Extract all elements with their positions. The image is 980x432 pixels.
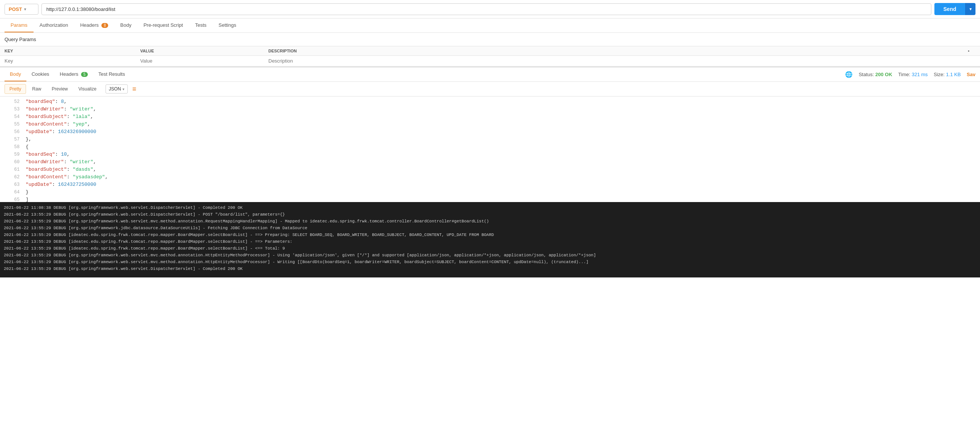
method-label: POST [9, 6, 22, 12]
tab-body[interactable]: Body [114, 19, 138, 32]
line-content: "updDate": 1624327250000 [25, 181, 96, 188]
json-token-key: "boardWriter" [25, 106, 64, 112]
json-line: 64 } [0, 188, 980, 196]
json-line: 63 "updDate": 1624327250000 [0, 181, 980, 188]
headers-badge: 8 [102, 23, 108, 28]
json-line: 58 { [0, 143, 980, 151]
time-value: 321 ms [912, 72, 928, 77]
body-tab-pretty[interactable]: Pretty [5, 84, 26, 94]
json-token-punct: : [52, 182, 58, 187]
log-line: 2021-06-22 11:08:38 DEBUG [org.springfra… [4, 204, 976, 211]
json-line: 65] [0, 196, 980, 202]
line-content: "boardSeq": 8, [25, 98, 67, 105]
response-status: 🌐 Status: 200 OK Time: 321 ms Size: 1.1 … [845, 68, 975, 81]
json-viewer: 52 "boardSeq": 8,53 "boardWriter": "writ… [0, 97, 980, 202]
value-input[interactable] [140, 58, 268, 64]
line-number: 52 [5, 98, 20, 105]
console-area: 2021-06-22 11:08:38 DEBUG [org.springfra… [0, 202, 980, 277]
body-toolbar: Pretty Raw Preview Visualize JSON ▾ ≡ [0, 82, 980, 97]
url-input[interactable] [41, 3, 931, 15]
method-select[interactable]: POST ▾ [5, 4, 38, 15]
request-tabs: Params Authorization Headers 8 Body Pre-… [0, 19, 980, 33]
line-number: 60 [5, 158, 20, 166]
body-tab-raw[interactable]: Raw [27, 84, 46, 94]
save-link[interactable]: Sav [967, 72, 975, 77]
line-content: "boardWriter": "writer", [25, 158, 96, 166]
json-token-punct: , [105, 174, 108, 180]
line-content: "boardContent": "yep", [25, 121, 91, 128]
send-button[interactable]: Send [934, 3, 965, 15]
tab-headers[interactable]: Headers 8 [74, 19, 114, 32]
wrap-button[interactable]: ≡ [132, 85, 137, 93]
log-line: 2021-06-22 13:55:29 DEBUG [org.springfra… [4, 258, 976, 265]
response-tab-headers[interactable]: Headers 5 [55, 67, 93, 81]
json-token-punct: : [67, 167, 73, 172]
key-input[interactable] [5, 58, 140, 64]
response-tab-cookies[interactable]: Cookies [26, 67, 55, 81]
json-token-punct: } [25, 189, 29, 195]
json-token-key: "boardSubject" [25, 167, 67, 172]
line-number: 53 [5, 105, 20, 113]
json-token-key: "updDate" [25, 129, 52, 135]
json-token-punct: ] [25, 197, 29, 202]
line-number: 56 [5, 128, 20, 136]
json-token-key: "updDate" [25, 182, 52, 187]
response-tab-test-results[interactable]: Test Results [93, 67, 130, 81]
params-table: KEY VALUE DESCRIPTION • [0, 46, 980, 66]
json-token-key: "boardContent" [25, 174, 67, 180]
json-token-punct: }, [25, 137, 32, 142]
line-number: 58 [5, 143, 20, 151]
response-tab-body[interactable]: Body [5, 67, 26, 81]
line-content: "boardContent": "ysadasdep", [25, 174, 108, 181]
size-label: Size: 1.1 KB [934, 72, 961, 77]
json-token-key: "boardSeq" [25, 151, 55, 157]
tab-pre-request[interactable]: Pre-request Script [138, 19, 189, 32]
format-select[interactable]: JSON ▾ [105, 84, 128, 94]
size-value: 1.1 KB [946, 72, 961, 77]
tab-params[interactable]: Params [5, 19, 33, 32]
json-token-string: "writer" [70, 106, 93, 112]
col-value-header: VALUE [140, 49, 268, 53]
json-line: 54 "boardSubject": "lala", [0, 113, 980, 121]
top-bar: POST ▾ Send ▾ [0, 0, 980, 19]
line-number: 61 [5, 166, 20, 174]
body-tab-visualize[interactable]: Visualize [74, 84, 101, 94]
log-line: 2021-06-22 13:55:29 DEBUG [org.springfra… [4, 265, 976, 272]
json-line: 53 "boardWriter": "writer", [0, 105, 980, 113]
json-token-punct: : [67, 174, 73, 180]
json-token-string: "lala" [73, 114, 91, 120]
log-line: 2021-06-22 13:55:29 DEBUG [org.springfra… [4, 218, 976, 225]
log-line: 2021-06-22 13:55:29 DEBUG [org.springfra… [4, 211, 976, 218]
format-arrow-icon: ▾ [123, 87, 124, 91]
body-tab-preview[interactable]: Preview [47, 84, 72, 94]
json-token-punct: , [64, 99, 67, 104]
log-line: 2021-06-22 13:55:29 DEBUG [ideatec.edu.s… [4, 231, 976, 238]
json-token-string: "writer" [70, 159, 93, 165]
json-token-punct: , [93, 106, 96, 112]
line-content: { [25, 143, 29, 151]
json-line: 62 "boardContent": "ysadasdep", [0, 174, 980, 181]
time-label: Time: 321 ms [898, 72, 928, 77]
line-content: "boardSubject": "dasds", [25, 166, 96, 174]
description-input[interactable] [268, 58, 975, 64]
json-line: 60 "boardWriter": "writer", [0, 158, 980, 166]
tab-tests[interactable]: Tests [189, 19, 212, 32]
json-token-punct: , [67, 151, 70, 157]
tab-settings[interactable]: Settings [213, 19, 242, 32]
json-line: 57 }, [0, 136, 980, 143]
send-dropdown-button[interactable]: ▾ [965, 3, 975, 15]
send-btn-group: Send ▾ [934, 3, 975, 15]
line-content: ] [25, 196, 29, 202]
line-number: 55 [5, 121, 20, 128]
key-cell [5, 58, 140, 64]
line-content: "boardSeq": 10, [25, 151, 70, 158]
tab-authorization[interactable]: Authorization [33, 19, 74, 32]
log-line: 2021-06-22 13:55:29 DEBUG [ideatec.edu.s… [4, 238, 976, 245]
status-label: Status: 200 OK [859, 72, 892, 77]
json-token-key: "boardWriter" [25, 159, 64, 165]
col-key-header: KEY [5, 49, 140, 53]
json-token-punct: : [55, 151, 61, 157]
log-line: 2021-06-22 13:55:29 DEBUG [org.springfra… [4, 225, 976, 231]
line-number: 65 [5, 196, 20, 202]
json-line: 52 "boardSeq": 8, [0, 98, 980, 105]
